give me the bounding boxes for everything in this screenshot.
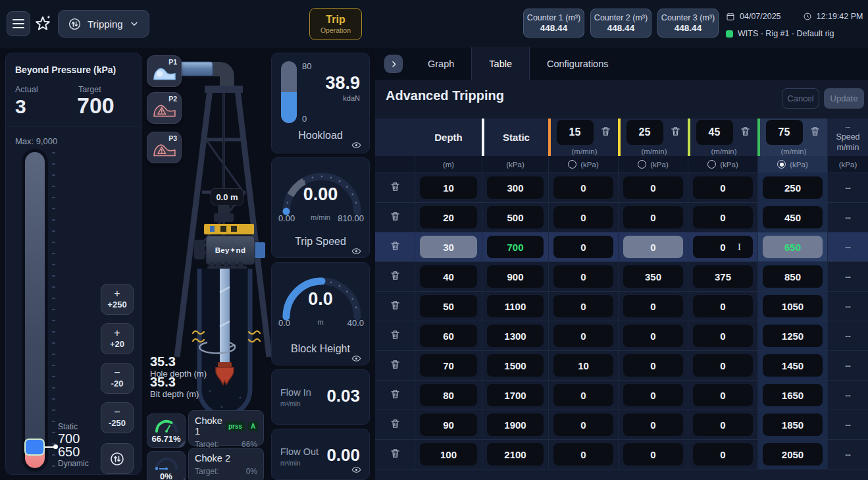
speed-pressure-input[interactable]: 0	[693, 443, 753, 466]
speed-pressure-input[interactable]: 0	[553, 443, 613, 466]
speed-pressure-input[interactable]: 2050	[763, 443, 823, 466]
speed-pressure-input[interactable]: 0	[553, 325, 613, 347]
speed-pressure-input[interactable]: 0	[623, 236, 683, 258]
speed-pressure-input[interactable]: 0	[623, 354, 683, 377]
speed-column-input[interactable]: 75	[766, 120, 803, 145]
pressure-slider-handle[interactable]	[24, 439, 45, 456]
depth-input[interactable]: 10	[420, 176, 477, 199]
speed-pressure-input[interactable]: 0I	[693, 236, 753, 258]
speed-pressure-input[interactable]: 10	[553, 354, 613, 377]
pump-p1-button[interactable]: P1	[147, 55, 182, 87]
static-pressure-input[interactable]: 700	[487, 236, 544, 258]
tab-table[interactable]: Table	[471, 47, 530, 80]
delete-speed-column-25-button[interactable]	[669, 126, 682, 139]
hookload-visibility-icon[interactable]	[351, 140, 361, 150]
delete-row-80-button[interactable]	[388, 388, 401, 402]
depth-input[interactable]: 100	[420, 443, 477, 466]
speed-pressure-input[interactable]: 0	[693, 413, 753, 436]
speed-column-radio[interactable]	[707, 160, 716, 169]
block-height-visibility-icon[interactable]	[351, 354, 361, 363]
counter-3-button[interactable]: Counter 3 (m³)448.44	[657, 9, 719, 38]
speed-pressure-input[interactable]: 1050	[763, 295, 823, 317]
speed-pressure-input[interactable]: 1450	[763, 354, 823, 377]
delete-row-90-button[interactable]	[388, 418, 401, 431]
flow-out-visibility-icon[interactable]	[351, 465, 361, 475]
pump-p2-button[interactable]: P2	[147, 92, 182, 124]
delete-row-40-button[interactable]	[388, 270, 401, 283]
speed-pressure-input[interactable]: 1650	[763, 384, 823, 406]
choke-2-gauge-tile[interactable]: 0%	[147, 451, 186, 480]
static-pressure-input[interactable]: 1700	[487, 384, 544, 406]
pump-p3-button[interactable]: P3	[147, 132, 182, 163]
depth-input[interactable]: 70	[420, 354, 477, 377]
speed-column-input[interactable]: 25	[626, 120, 663, 145]
static-pressure-input[interactable]: 1300	[487, 325, 544, 347]
static-pressure-input[interactable]: 2100	[487, 443, 544, 466]
delete-row-70-button[interactable]	[388, 359, 401, 372]
speed-pressure-input[interactable]: 0	[553, 413, 613, 436]
speed-pressure-input[interactable]: 850	[763, 265, 823, 288]
speed-pressure-input[interactable]: 0	[623, 325, 683, 347]
static-pressure-input[interactable]: 1500	[487, 354, 544, 377]
speed-column-radio[interactable]	[638, 160, 646, 169]
speed-pressure-input[interactable]: 0	[623, 176, 683, 199]
trip-speed-visibility-icon[interactable]	[351, 246, 361, 256]
static-pressure-input[interactable]: 1900	[487, 413, 544, 436]
counter-2-button[interactable]: Counter 2 (m³)448.44	[590, 9, 651, 38]
depth-input[interactable]: 20	[420, 206, 477, 228]
delete-row-20-button[interactable]	[388, 211, 401, 224]
delete-row-100-button[interactable]	[388, 448, 401, 461]
speed-pressure-input[interactable]: 1850	[763, 413, 823, 436]
speed-column-radio[interactable]	[568, 160, 576, 169]
static-pressure-input[interactable]: 500	[487, 206, 544, 228]
delete-row-10-button[interactable]	[388, 181, 401, 194]
sync-tripping-button[interactable]	[101, 443, 134, 474]
speed-pressure-input[interactable]: 0	[693, 176, 753, 199]
speed-pressure-input[interactable]: 0	[693, 384, 753, 406]
speed-pressure-input[interactable]: 0	[623, 384, 683, 406]
speed-pressure-input[interactable]: 0	[693, 325, 753, 347]
speed-pressure-input[interactable]: 0	[553, 295, 613, 317]
speed-pressure-input[interactable]: 0	[693, 295, 753, 317]
speed-column-input[interactable]: 45	[696, 120, 733, 145]
depth-input[interactable]: 30	[420, 236, 477, 258]
tab-configurations[interactable]: Configurations	[530, 47, 626, 80]
cancel-button[interactable]: Cancel	[782, 88, 819, 109]
choke-2-tile[interactable]: Choke 2Target:0%	[188, 448, 264, 480]
static-pressure-input[interactable]: 300	[487, 176, 544, 199]
pressure-slider-track[interactable]	[22, 149, 48, 471]
speed-pressure-input[interactable]: 350	[623, 265, 683, 288]
speed-pressure-input[interactable]: 0	[553, 384, 613, 406]
pressure-adjust-+20-button[interactable]: ++20	[101, 323, 134, 354]
depth-input[interactable]: 50	[420, 295, 477, 317]
tab-graph[interactable]: Graph	[411, 47, 471, 80]
speed-pressure-input[interactable]: 650	[763, 236, 823, 258]
speed-pressure-input[interactable]: 0	[623, 295, 683, 317]
operation-mode-dropdown[interactable]: Tripping	[58, 10, 149, 38]
speed-pressure-input[interactable]: 250	[763, 176, 823, 199]
speed-pressure-input[interactable]: 450	[763, 206, 823, 228]
choke-1-tile[interactable]: Choke 1prssATarget:66%	[188, 410, 264, 446]
update-button[interactable]: Update	[824, 88, 864, 109]
trip-operation-button[interactable]: Trip Operation	[309, 8, 362, 40]
depth-input[interactable]: 90	[420, 413, 477, 436]
speed-pressure-input[interactable]: 0	[553, 206, 613, 228]
collapse-panel-button[interactable]	[384, 55, 403, 73]
delete-speed-column-75-button[interactable]	[809, 126, 822, 139]
depth-input[interactable]: 80	[420, 384, 477, 406]
depth-input[interactable]: 60	[420, 325, 477, 347]
delete-row-50-button[interactable]	[388, 300, 401, 313]
speed-pressure-input[interactable]: 0	[623, 413, 683, 436]
pressure-adjust--250-button[interactable]: −-250	[101, 402, 134, 433]
speed-column-radio[interactable]	[777, 160, 786, 169]
static-pressure-input[interactable]: 1100	[487, 295, 544, 317]
speed-pressure-input[interactable]: 0	[693, 206, 753, 228]
speed-pressure-input[interactable]: 1250	[763, 325, 823, 347]
favorites-star-icon[interactable]	[33, 14, 53, 34]
static-pressure-input[interactable]: 900	[487, 265, 544, 288]
speed-pressure-input[interactable]: 0	[553, 176, 613, 199]
depth-input[interactable]: 40	[420, 265, 477, 288]
menu-button[interactable]	[7, 11, 30, 36]
speed-pressure-input[interactable]: 0	[623, 206, 683, 228]
delete-speed-column-45-button[interactable]	[739, 126, 752, 139]
